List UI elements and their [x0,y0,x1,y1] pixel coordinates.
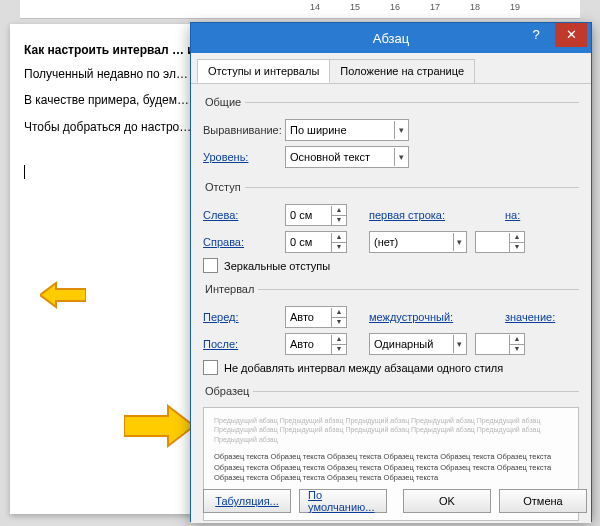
preview-previous-text: Предыдущий абзац Предыдущий абзац Предыд… [214,416,568,444]
svg-marker-1 [124,406,194,446]
ruler-tick: 17 [430,2,440,12]
first-line-by-value[interactable] [476,233,509,251]
same-style-label: Не добавлять интервал между абзацами одн… [224,362,503,374]
horizontal-ruler: 14 15 16 17 18 19 [20,0,580,19]
spin-up-icon[interactable]: ▲ [510,233,524,243]
same-style-checkbox[interactable]: Не добавлять интервал между абзацами одн… [203,360,579,375]
indent-left-spinner[interactable]: ▲▼ [285,204,347,226]
tab-indents-spacing[interactable]: Отступы и интервалы [197,59,330,83]
text-cursor [24,165,25,179]
mirror-indents-label: Зеркальные отступы [224,260,330,272]
spin-up-icon[interactable]: ▲ [510,335,524,345]
line-value-spinner[interactable]: ▲▼ [475,333,525,355]
spacing-before-value[interactable] [286,308,331,326]
chevron-down-icon[interactable]: ▾ [394,148,408,166]
ruler-tick: 19 [510,2,520,12]
svg-marker-0 [40,283,86,307]
dialog-button-row: Табуляция... По умолчанию... OK Отмена [191,489,591,513]
dialog-tabs: Отступы и интервалы Положение на страниц… [191,53,591,84]
callout-arrow-preview [124,404,194,450]
mirror-indents-checkbox[interactable]: Зеркальные отступы [203,258,579,273]
line-spacing-combo[interactable]: ▾ [369,333,467,355]
spin-up-icon[interactable]: ▲ [332,308,346,318]
line-spacing-value[interactable] [370,335,453,353]
spin-down-icon[interactable]: ▼ [510,345,524,354]
tabulation-button[interactable]: Табуляция... [203,489,291,513]
ruler-tick: 16 [390,2,400,12]
indent-left-value[interactable] [286,206,331,224]
outline-level-combo[interactable]: ▾ [285,146,409,168]
spin-up-icon[interactable]: ▲ [332,206,346,216]
ok-button[interactable]: OK [403,489,491,513]
group-indent: Отступ Слева: ▲▼ первая строка: на: Спра… [203,181,579,277]
line-value-value[interactable] [476,335,509,353]
cancel-button[interactable]: Отмена [499,489,587,513]
first-line-combo[interactable]: ▾ [369,231,467,253]
spin-down-icon[interactable]: ▼ [332,243,346,252]
paragraph-dialog: Абзац ? ✕ Отступы и интервалы Положение … [190,22,592,522]
ruler-tick: 15 [350,2,360,12]
spacing-before-spinner[interactable]: ▲▼ [285,306,347,328]
dialog-titlebar[interactable]: Абзац ? ✕ [191,23,591,53]
preview-sample-text: Образец текста Образец текста Образец те… [214,452,568,484]
tab-page-position[interactable]: Положение на странице [329,59,475,83]
ruler-tick: 14 [310,2,320,12]
line-value-label[interactable]: значение: [505,311,559,323]
spin-down-icon[interactable]: ▼ [332,318,346,327]
by-label[interactable]: на: [505,209,529,221]
callout-arrow-cursor [40,280,86,312]
line-spacing-label[interactable]: междустрочный: [369,311,465,323]
chevron-down-icon[interactable]: ▾ [453,233,466,251]
chevron-down-icon[interactable]: ▾ [453,335,466,353]
alignment-value[interactable] [286,121,394,139]
checkbox-icon[interactable] [203,360,218,375]
indent-right-spinner[interactable]: ▲▼ [285,231,347,253]
spacing-after-label[interactable]: После: [203,338,285,350]
default-button[interactable]: По умолчанию... [299,489,387,513]
alignment-combo[interactable]: ▾ [285,119,409,141]
first-line-label[interactable]: первая строка: [369,209,465,221]
outline-level-value[interactable] [286,148,394,166]
checkbox-icon[interactable] [203,258,218,273]
group-spacing-legend: Интервал [201,283,258,295]
spin-up-icon[interactable]: ▲ [332,233,346,243]
spin-down-icon[interactable]: ▼ [332,216,346,225]
help-button[interactable]: ? [521,23,551,47]
spin-down-icon[interactable]: ▼ [332,345,346,354]
group-general: Общие Выравнивание: ▾ Уровень: ▾ [203,96,579,175]
outline-level-label[interactable]: Уровень: [203,151,285,163]
indent-right-value[interactable] [286,233,331,251]
first-line-value[interactable] [370,233,453,251]
group-general-legend: Общие [201,96,245,108]
close-button[interactable]: ✕ [555,23,587,47]
spin-down-icon[interactable]: ▼ [510,243,524,252]
indent-right-label[interactable]: Справа: [203,236,285,248]
group-preview-legend: Образец [201,385,253,397]
spacing-after-spinner[interactable]: ▲▼ [285,333,347,355]
spacing-before-label[interactable]: Перед: [203,311,285,323]
spin-up-icon[interactable]: ▲ [332,335,346,345]
alignment-label: Выравнивание: [203,124,285,136]
indent-left-label[interactable]: Слева: [203,209,285,221]
chevron-down-icon[interactable]: ▾ [394,121,408,139]
group-indent-legend: Отступ [201,181,245,193]
spacing-after-value[interactable] [286,335,331,353]
first-line-by-spinner[interactable]: ▲▼ [475,231,525,253]
ruler-tick: 18 [470,2,480,12]
group-spacing: Интервал Перед: ▲▼ междустрочный: значен… [203,283,579,379]
dialog-title: Абзац [373,31,409,46]
